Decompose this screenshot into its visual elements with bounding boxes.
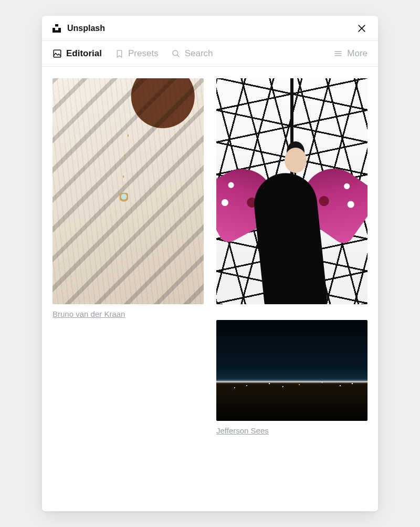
tabs-left: Editorial Presets Search — [52, 48, 213, 59]
tab-search[interactable]: Search — [171, 48, 213, 59]
search-icon — [171, 49, 181, 58]
photo-card: Jefferson Sees — [216, 320, 368, 435]
photo-card — [216, 78, 368, 304]
photo-author-link[interactable]: Jefferson Sees — [216, 426, 368, 435]
tab-label: Search — [185, 48, 213, 59]
unsplash-panel: Unsplash Editorial — [42, 16, 378, 511]
more-button[interactable]: More — [333, 48, 368, 59]
more-label: More — [347, 48, 368, 59]
photo-thumbnail[interactable] — [216, 78, 368, 304]
close-button[interactable] — [356, 23, 368, 34]
svg-line-4 — [177, 55, 179, 57]
svg-rect-2 — [54, 50, 61, 57]
tab-label: Presets — [128, 48, 159, 59]
tab-editorial[interactable]: Editorial — [52, 48, 102, 59]
brand: Unsplash — [52, 24, 105, 33]
image-gallery: Bruno van der Kraan Jefferson Sees — [42, 67, 378, 511]
tab-label: Editorial — [66, 48, 102, 59]
photo-thumbnail[interactable] — [52, 78, 204, 304]
panel-header: Unsplash — [42, 16, 378, 41]
tab-presets[interactable]: Presets — [114, 48, 159, 59]
photo-author-link[interactable]: Bruno van der Kraan — [52, 309, 204, 318]
menu-icon — [333, 49, 343, 58]
gallery-scroll[interactable]: Bruno van der Kraan Jefferson Sees — [42, 67, 378, 511]
tab-bar: Editorial Presets Search — [42, 41, 378, 67]
photo-card: Bruno van der Kraan — [52, 78, 204, 318]
brand-title: Unsplash — [67, 24, 105, 33]
photo-thumbnail[interactable] — [216, 320, 368, 421]
image-icon — [52, 49, 62, 58]
bookmark-icon — [114, 49, 124, 58]
unsplash-logo-icon — [52, 24, 61, 33]
